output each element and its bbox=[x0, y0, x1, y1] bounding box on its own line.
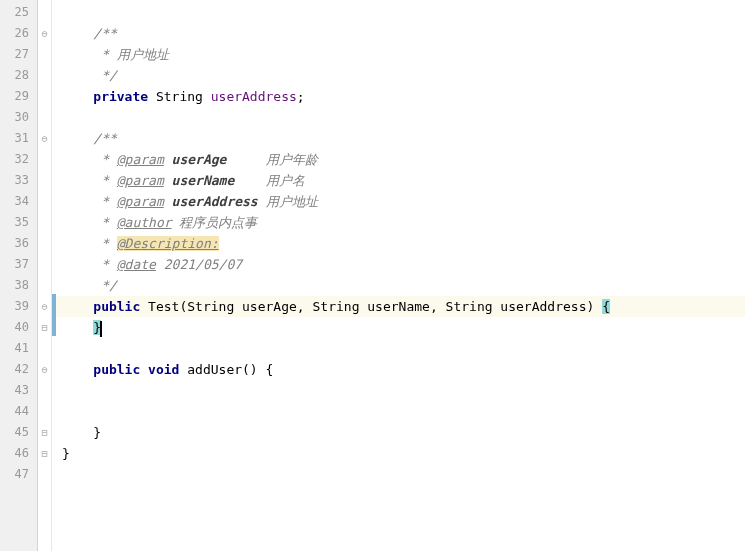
token-type: String bbox=[156, 89, 203, 104]
code-line[interactable]: /** bbox=[62, 128, 745, 149]
line-number: 37 bbox=[0, 254, 37, 275]
token-punct: , bbox=[430, 299, 446, 314]
line-number: 25 bbox=[0, 2, 37, 23]
line-number: 26 bbox=[0, 23, 37, 44]
code-line[interactable] bbox=[62, 107, 745, 128]
fold-toggle bbox=[38, 2, 51, 23]
token: userName bbox=[359, 299, 429, 314]
token-kw: public bbox=[93, 299, 140, 314]
token-comment: * bbox=[62, 215, 117, 230]
fold-toggle bbox=[38, 338, 51, 359]
fold-toggle bbox=[38, 107, 51, 128]
token-comment: * bbox=[62, 257, 117, 272]
fold-toggle[interactable]: ⊟ bbox=[38, 317, 51, 338]
line-number: 34 bbox=[0, 191, 37, 212]
line-number-gutter: 2526272829303132333435363738394041424344… bbox=[0, 0, 38, 551]
token bbox=[62, 89, 93, 104]
line-number: 39 bbox=[0, 296, 37, 317]
code-line[interactable]: } bbox=[62, 422, 745, 443]
code-line[interactable]: */ bbox=[62, 65, 745, 86]
token-comment: */ bbox=[62, 278, 117, 293]
token-param: userName bbox=[172, 173, 235, 188]
line-number: 29 bbox=[0, 86, 37, 107]
token-comment: 用户年龄 bbox=[226, 152, 317, 167]
token-comment: * bbox=[62, 236, 117, 251]
code-line[interactable]: * 用户地址 bbox=[62, 44, 745, 65]
code-line[interactable]: public void addUser() { bbox=[62, 359, 745, 380]
token-comment: * bbox=[62, 152, 117, 167]
token-comment: /** bbox=[62, 26, 117, 41]
token-punct: , bbox=[297, 299, 313, 314]
code-line[interactable]: * @Description: bbox=[62, 233, 745, 254]
token-comment: * bbox=[62, 173, 117, 188]
code-line[interactable]: */ bbox=[62, 275, 745, 296]
fold-toggle bbox=[38, 380, 51, 401]
code-editor[interactable]: 2526272829303132333435363738394041424344… bbox=[0, 0, 745, 551]
line-number: 44 bbox=[0, 401, 37, 422]
code-line[interactable] bbox=[62, 401, 745, 422]
code-line[interactable]: * @param userName 用户名 bbox=[62, 170, 745, 191]
token-doctag: @author bbox=[117, 215, 172, 230]
fold-toggle[interactable]: ⊟ bbox=[38, 443, 51, 464]
line-number: 38 bbox=[0, 275, 37, 296]
token-comment: 用户地址 bbox=[258, 194, 318, 209]
code-line[interactable]: private String userAddress; bbox=[62, 86, 745, 107]
token-method: Test bbox=[148, 299, 179, 314]
token-punct: ) bbox=[586, 299, 602, 314]
token-type: String bbox=[446, 299, 493, 314]
token bbox=[62, 425, 93, 440]
code-line[interactable]: } bbox=[62, 443, 745, 464]
fold-toggle bbox=[38, 464, 51, 485]
token bbox=[140, 299, 148, 314]
token-kw: void bbox=[148, 362, 179, 377]
token-punct: () { bbox=[242, 362, 273, 377]
token-punct: } bbox=[93, 425, 101, 440]
code-line[interactable] bbox=[62, 338, 745, 359]
token bbox=[62, 299, 93, 314]
code-line[interactable]: * @param userAge 用户年龄 bbox=[62, 149, 745, 170]
fold-toggle[interactable]: ⊖ bbox=[38, 128, 51, 149]
line-number: 42 bbox=[0, 359, 37, 380]
code-line[interactable]: /** bbox=[62, 23, 745, 44]
code-area[interactable]: /** * 用户地址 */ private String userAddress… bbox=[56, 0, 745, 551]
code-line[interactable] bbox=[62, 2, 745, 23]
token-ident: userAddress bbox=[211, 89, 297, 104]
line-number: 28 bbox=[0, 65, 37, 86]
code-line[interactable]: } bbox=[62, 317, 745, 338]
code-line[interactable]: * @author 程序员内点事 bbox=[62, 212, 745, 233]
token bbox=[140, 362, 148, 377]
fold-toggle[interactable]: ⊖ bbox=[38, 23, 51, 44]
token-doctag: @param bbox=[117, 194, 164, 209]
code-line[interactable]: * @param userAddress 用户地址 bbox=[62, 191, 745, 212]
token-punct: } bbox=[62, 446, 70, 461]
fold-toggle bbox=[38, 65, 51, 86]
fold-toggle[interactable]: ⊖ bbox=[38, 296, 51, 317]
token-punct: ; bbox=[297, 89, 305, 104]
token-param: userAge bbox=[172, 152, 227, 167]
token-comment bbox=[164, 194, 172, 209]
token bbox=[148, 89, 156, 104]
token-doctag-hl: @Description: bbox=[117, 236, 219, 251]
fold-toggle bbox=[38, 191, 51, 212]
fold-column[interactable]: ⊖⊖⊖⊟⊖⊟⊟ bbox=[38, 0, 52, 551]
token-type: String bbox=[313, 299, 360, 314]
code-line[interactable]: * @date 2021/05/07 bbox=[62, 254, 745, 275]
fold-toggle[interactable]: ⊟ bbox=[38, 422, 51, 443]
token-comment: /** bbox=[62, 131, 117, 146]
fold-toggle bbox=[38, 170, 51, 191]
token-brace-match: { bbox=[602, 299, 610, 314]
token-comment: 2021/05/07 bbox=[156, 257, 242, 272]
fold-toggle bbox=[38, 212, 51, 233]
code-line[interactable] bbox=[62, 464, 745, 485]
line-number: 47 bbox=[0, 464, 37, 485]
token-doctag: @date bbox=[117, 257, 156, 272]
code-line[interactable]: public Test(String userAge, String userN… bbox=[62, 296, 745, 317]
fold-toggle bbox=[38, 254, 51, 275]
line-number: 35 bbox=[0, 212, 37, 233]
token-type: String bbox=[187, 299, 234, 314]
line-number: 40 bbox=[0, 317, 37, 338]
fold-toggle bbox=[38, 275, 51, 296]
token-doctag: @param bbox=[117, 152, 164, 167]
code-line[interactable] bbox=[62, 380, 745, 401]
fold-toggle[interactable]: ⊖ bbox=[38, 359, 51, 380]
